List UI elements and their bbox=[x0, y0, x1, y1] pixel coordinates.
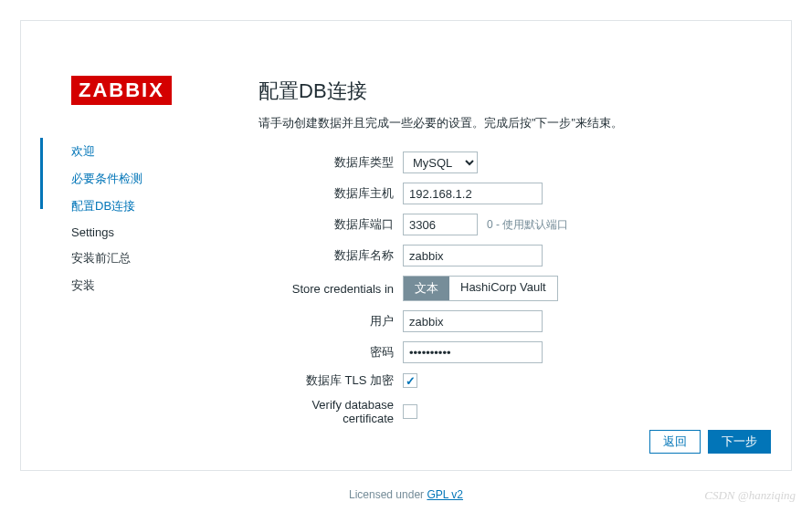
watermark: CSDN @hanziqing bbox=[704, 488, 796, 503]
db-host-input[interactable] bbox=[403, 183, 543, 204]
verify-cert-checkbox[interactable] bbox=[403, 404, 417, 419]
main-content: 配置DB连接 请手动创建数据并且完成一些必要的设置。完成后按"下一步"来结束。 … bbox=[258, 78, 764, 434]
db-port-input[interactable] bbox=[403, 214, 478, 235]
store-opt-plaintext[interactable]: 文本 bbox=[404, 277, 449, 300]
page-title: 配置DB连接 bbox=[258, 78, 764, 105]
db-name-input[interactable] bbox=[403, 245, 543, 266]
db-host-label: 数据库主机 bbox=[258, 185, 403, 202]
wizard-sidebar: 欢迎 必要条件检测 配置DB连接 Settings 安装前汇总 安装 bbox=[71, 138, 217, 299]
sidebar-item-welcome[interactable]: 欢迎 bbox=[71, 138, 217, 165]
zabbix-logo: ZABBIX bbox=[71, 76, 172, 105]
user-label: 用户 bbox=[258, 313, 403, 329]
db-type-select[interactable]: MySQL bbox=[403, 152, 478, 173]
sidebar-item-install[interactable]: 安装 bbox=[71, 272, 217, 299]
tls-label: 数据库 TLS 加密 bbox=[258, 372, 403, 389]
sidebar-item-settings[interactable]: Settings bbox=[71, 220, 217, 245]
user-input[interactable] bbox=[403, 310, 543, 332]
password-input[interactable] bbox=[403, 341, 543, 363]
store-label: Store credentials in bbox=[258, 282, 403, 296]
license-link[interactable]: GPL v2 bbox=[427, 488, 463, 501]
next-button[interactable]: 下一步 bbox=[708, 430, 771, 454]
sidebar-item-prereq[interactable]: 必要条件检测 bbox=[71, 165, 217, 193]
store-opt-vault[interactable]: HashiCorp Vault bbox=[449, 277, 557, 300]
verify-label: Verify database certificate bbox=[258, 398, 403, 425]
sidebar-item-dbconn[interactable]: 配置DB连接 bbox=[71, 193, 217, 220]
db-port-hint: 0 - 使用默认端口 bbox=[487, 217, 568, 233]
back-button[interactable]: 返回 bbox=[649, 430, 701, 454]
db-port-label: 数据库端口 bbox=[258, 216, 403, 233]
password-label: 密码 bbox=[258, 344, 403, 360]
tls-checkbox[interactable] bbox=[403, 373, 417, 388]
store-credentials-toggle[interactable]: 文本 HashiCorp Vault bbox=[403, 276, 558, 301]
db-name-label: 数据库名称 bbox=[258, 247, 403, 264]
license-footer: Licensed under GPL v2 bbox=[0, 488, 812, 501]
page-description: 请手动创建数据并且完成一些必要的设置。完成后按"下一步"来结束。 bbox=[258, 116, 764, 131]
db-type-label: 数据库类型 bbox=[258, 154, 403, 171]
sidebar-item-summary[interactable]: 安装前汇总 bbox=[71, 245, 217, 272]
